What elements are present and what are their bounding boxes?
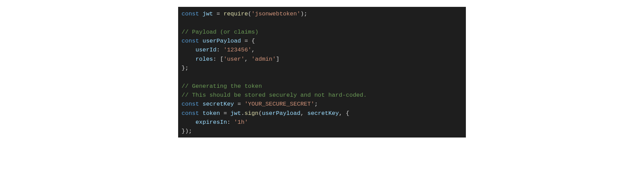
code-token: secretKey — [202, 101, 234, 107]
code-token: token — [202, 110, 220, 117]
code-token: = — [220, 110, 231, 117]
code-line: roles: ['user', 'admin'] — [182, 55, 462, 64]
code-token: ( — [248, 11, 251, 17]
code-token: const — [182, 101, 199, 107]
code-token: , — [245, 56, 251, 62]
code-token: ; — [314, 101, 318, 107]
code-token: , — [251, 47, 255, 53]
code-line: const jwt = require('jsonwebtoken'); — [182, 10, 462, 19]
code-token: : — [227, 119, 234, 126]
code-token: : [ — [213, 56, 224, 62]
code-token: ( — [258, 110, 262, 117]
code-token: }; — [182, 65, 188, 71]
code-line: // Payload (or claims) — [182, 28, 462, 37]
code-token: roles — [196, 56, 213, 62]
code-token — [182, 119, 196, 126]
code-token: , { — [339, 110, 349, 117]
code-token: // Generating the token — [182, 83, 262, 89]
code-token: 'jsonwebtoken' — [251, 11, 300, 17]
code-block: const jwt = require('jsonwebtoken'); // … — [178, 7, 466, 138]
code-token — [199, 101, 202, 107]
code-token — [182, 20, 185, 26]
code-token: '123456' — [223, 47, 251, 53]
code-token: 'YOUR_SECURE_SECRET' — [245, 101, 314, 107]
code-token: = { — [241, 38, 255, 44]
code-token: userId — [196, 47, 216, 53]
code-token: secretKey — [307, 110, 339, 117]
code-token: . — [241, 110, 244, 117]
code-token: sign — [245, 110, 259, 117]
code-line — [182, 73, 462, 82]
code-token: ] — [276, 56, 279, 62]
code-line: userId: '123456', — [182, 46, 462, 55]
code-token: ); — [300, 11, 307, 17]
code-token — [182, 56, 196, 62]
code-line: const userPayload = { — [182, 37, 462, 46]
code-token: : — [216, 47, 223, 53]
code-token: jwt — [202, 11, 213, 17]
code-token: expiresIn — [196, 119, 227, 126]
code-line: }); — [182, 127, 462, 136]
code-token: }); — [182, 128, 192, 134]
code-token: 'user' — [223, 56, 244, 62]
code-token: require — [223, 11, 248, 17]
code-line: // This should be stored securely and no… — [182, 91, 462, 100]
code-line — [182, 19, 462, 27]
code-line: const secretKey = 'YOUR_SECURE_SECRET'; — [182, 100, 462, 109]
code-token — [199, 11, 202, 17]
code-token — [182, 74, 185, 80]
code-token: const — [182, 11, 199, 17]
code-line: }; — [182, 64, 462, 73]
code-token: const — [182, 110, 199, 117]
code-token: // This should be stored securely and no… — [182, 92, 367, 98]
code-token: '1h' — [234, 119, 248, 126]
code-token: 'admin' — [251, 56, 276, 62]
code-token: jwt — [231, 110, 241, 117]
code-token — [199, 38, 202, 44]
code-line: expiresIn: '1h' — [182, 118, 462, 127]
code-token: userPayload — [262, 110, 300, 117]
code-token — [182, 47, 196, 53]
code-token: const — [182, 38, 199, 44]
code-token: = — [234, 101, 245, 107]
code-token: // Payload (or claims) — [182, 29, 258, 35]
code-line: const token = jwt.sign(userPayload, secr… — [182, 109, 462, 118]
code-line: // Generating the token — [182, 82, 462, 91]
code-token: , — [300, 110, 307, 117]
code-token: userPayload — [202, 38, 241, 44]
code-token: = — [213, 11, 224, 17]
code-token — [199, 110, 202, 117]
